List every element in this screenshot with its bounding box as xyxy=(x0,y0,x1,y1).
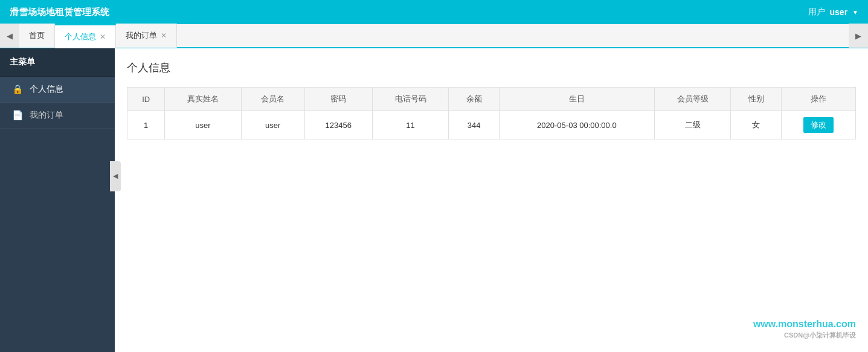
col-birthday: 生日 xyxy=(499,88,654,111)
cell-gender: 女 xyxy=(731,111,782,139)
tab-profile-close[interactable]: ✕ xyxy=(100,33,106,40)
cell-balance: 344 xyxy=(449,111,500,139)
col-password: 密码 xyxy=(304,88,372,111)
tab-bar: ◀ 首页 个人信息 ✕ 我的订单 ✕ ▶ xyxy=(0,24,868,48)
tab-nav-left[interactable]: ◀ xyxy=(0,24,19,48)
col-phone: 电话号码 xyxy=(372,88,448,111)
user-label: 用户 xyxy=(808,7,825,18)
app-title: 滑雪场场地租赁管理系统 xyxy=(10,7,109,18)
tab-orders[interactable]: 我的订单 ✕ xyxy=(116,24,177,48)
cell-birthday: 2020-05-03 00:00:00.0 xyxy=(499,111,654,139)
table-header-row: ID 真实姓名 会员名 密码 电话号码 余额 生日 会员等级 性别 操作 xyxy=(127,88,856,111)
cell-level: 二级 xyxy=(654,111,730,139)
col-real-name: 真实姓名 xyxy=(165,88,241,111)
tab-orders-label: 我的订单 xyxy=(126,30,157,41)
tab-profile[interactable]: 个人信息 ✕ xyxy=(55,24,116,48)
tab-home[interactable]: 首页 xyxy=(19,24,55,48)
content-area: 个人信息 ID 真实姓名 会员名 密码 电话号码 余额 生日 会员等级 性别 操… xyxy=(115,48,868,352)
col-username: 会员名 xyxy=(241,88,304,111)
cell-id: 1 xyxy=(127,111,165,139)
sidebar-item-profile[interactable]: 🔒 个人信息 xyxy=(0,77,115,103)
tab-home-label: 首页 xyxy=(29,30,45,41)
lock-icon: 🔒 xyxy=(12,84,24,95)
cell-action: 修改 xyxy=(781,111,855,139)
profile-table: ID 真实姓名 会员名 密码 电话号码 余额 生日 会员等级 性别 操作 1 u… xyxy=(127,87,856,139)
user-name-display[interactable]: user xyxy=(830,7,848,17)
sidebar-collapse-button[interactable]: ◀ xyxy=(110,161,121,191)
sidebar: 主菜单 🔒 个人信息 📄 我的订单 xyxy=(0,48,115,352)
sidebar-item-profile-label: 个人信息 xyxy=(30,84,63,95)
tab-nav-right[interactable]: ▶ xyxy=(849,24,868,48)
table-row: 1 user user 123456 11 344 2020-05-03 00:… xyxy=(127,111,856,139)
page-title: 个人信息 xyxy=(127,60,856,75)
orders-icon: 📄 xyxy=(12,110,24,121)
col-id: ID xyxy=(127,88,165,111)
cell-password: 123456 xyxy=(304,111,372,139)
cell-username: user xyxy=(241,111,304,139)
cell-phone: 11 xyxy=(372,111,448,139)
col-level: 会员等级 xyxy=(654,88,730,111)
col-gender: 性别 xyxy=(731,88,782,111)
col-balance: 余额 xyxy=(449,88,500,111)
cell-real-name: user xyxy=(165,111,241,139)
user-info: 用户 user ▼ xyxy=(808,7,858,18)
top-header: 滑雪场场地租赁管理系统 用户 user ▼ xyxy=(0,0,868,24)
col-action: 操作 xyxy=(781,88,855,111)
edit-button[interactable]: 修改 xyxy=(803,117,834,133)
sidebar-item-orders[interactable]: 📄 我的订单 xyxy=(0,103,115,129)
sidebar-header: 主菜单 xyxy=(0,48,115,77)
main-layout: 主菜单 🔒 个人信息 📄 我的订单 ◀ 个人信息 ID 真实姓名 会员名 密码 … xyxy=(0,48,868,352)
tab-orders-close[interactable]: ✕ xyxy=(161,32,167,39)
user-dropdown-arrow[interactable]: ▼ xyxy=(852,9,858,16)
tab-profile-label: 个人信息 xyxy=(65,31,96,42)
sidebar-item-orders-label: 我的订单 xyxy=(30,110,63,121)
